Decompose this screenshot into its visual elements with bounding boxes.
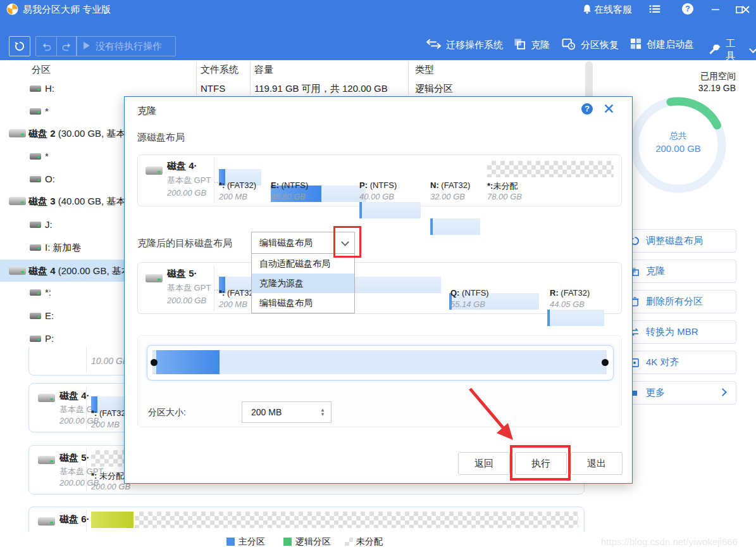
source-disk-name: 磁盘 4· [167,160,197,172]
sidebar-button-label: 4K 对齐 [646,356,679,368]
partition-slider[interactable] [147,345,614,381]
sidebar-button-label: 克隆 [646,265,665,277]
sidebar-button-clone[interactable]: 克隆 [620,260,736,283]
disk-icon [38,456,55,464]
tree-row-label: *: [45,287,51,298]
donut-total-label: 总共 [628,130,728,142]
card-divider [86,347,87,372]
target-partition-bar[interactable] [547,310,604,326]
dropdown-item-edit-layout[interactable]: 编辑磁盘布局 [252,293,354,313]
disk-icon [146,167,163,175]
target-partition-label: Q: (NTFS) [450,288,489,298]
card-divider [214,158,214,203]
card-divider [86,448,87,491]
back-button[interactable]: 返回 [458,452,510,475]
source-partition-bar-unallocated[interactable] [487,161,614,177]
tools-button[interactable]: 工具 [709,38,756,62]
source-partition-size: 32.00 GB [430,192,465,201]
used-space-label: 已用空间 [657,71,736,82]
migrate-os-button[interactable]: 迁移操作系统 [426,39,503,51]
dialog-close-icon[interactable] [604,104,614,115]
help-icon[interactable]: ? [682,3,693,15]
column-header-partition[interactable]: 分区 [32,64,51,76]
create-boot-disk-button[interactable]: 创建启动盘 [630,38,694,51]
bell-icon [583,4,592,15]
operation-list-icon[interactable] [649,5,660,15]
partition-icon [30,313,41,319]
partition-icon [30,222,41,228]
pending-operations-button[interactable]: 没有待执行操作 [76,36,176,56]
source-partition-label: P: (NTFS) [359,180,397,190]
legend-logical-swatch [283,538,292,546]
exit-button[interactable]: 退出 [571,452,623,475]
column-header-capacity[interactable]: 容量 [254,64,273,76]
partition-size: 200 MB [91,420,120,429]
partition-label: *: (FAT32 [91,408,126,418]
clone-dialog: 克隆 ? 源磁盘布局 磁盘 4· 基本盘 GPT … 200.00 GB *: … [124,96,633,484]
source-partition-bar[interactable] [430,218,480,235]
titlebar: 易我分区大师 专业版 在线客服 ? [0,0,756,60]
card-divider [214,265,214,311]
annotation-box-combobox-arrow [333,226,361,258]
disk-icon [146,274,163,282]
sidebar-button-convert-mbr[interactable]: 转换为 MBR [620,320,736,344]
create-boot-disk-label: 创建启动盘 [647,39,694,51]
online-service-button[interactable]: 在线客服 [594,4,632,16]
column-header-type[interactable]: 类型 [415,64,434,76]
partition-recovery-button[interactable]: 分区恢复 [562,38,619,52]
sidebar-button-label: 调整磁盘布局 [646,235,703,247]
slider-track[interactable] [152,350,607,374]
close-button[interactable] [738,3,754,16]
target-layout-label: 克隆后的目标磁盘布局 [137,237,232,249]
slider-left-handle[interactable] [151,359,158,366]
undo-button[interactable] [36,37,57,56]
source-partition-label: E: (NTFS) [271,180,308,190]
redo-button[interactable] [57,37,77,56]
target-partition-size: 200 MB [219,299,247,309]
partition-icon [30,153,41,160]
source-disk-meta: 基本盘 GPT … [167,175,221,186]
disk-icon [38,517,55,526]
spinner-arrows-icon[interactable]: ▲▼ [314,408,331,417]
create-boot-disk-icon [630,38,641,51]
slider-filled-segment [156,350,220,374]
source-partition-bar[interactable] [359,202,421,218]
column-header-filesystem[interactable]: 文件系统 [201,64,239,76]
legend-primary-label: 主分区 [239,536,265,548]
source-layout-label: 源磁盘布局 [137,132,185,144]
layout-mode-dropdown: 自动适配磁盘布局 克隆为源盘 编辑磁盘布局 [251,253,355,313]
app-logo-icon [6,3,18,15]
minimize-button[interactable] [707,3,724,16]
clone-toolbar-button[interactable]: 克隆 [514,38,550,52]
card-divider [86,386,87,429]
app-window: 易我分区大师 专业版 在线客服 ? [0,0,756,554]
resize-panel: 分区大小: 200 MB ▲▼ [137,335,622,427]
sidebar-button-label: 转换为 MBR [646,326,698,338]
sidebar-button-4k-align[interactable]: 4K 对齐 [620,351,736,374]
tree-row-label: E: [45,310,54,321]
sidebar-button-delete-all[interactable]: 删除所有分区 [620,290,736,313]
partition-bar-logical[interactable] [91,512,133,528]
used-space-value: 32.19 GB [657,83,736,93]
tools-wrench-icon [709,43,721,57]
clone-toolbar-label: 克隆 [531,39,550,51]
disk-icon [38,394,55,402]
clone-icon [514,38,526,52]
row-capacity: 119.91 GB 可用，共 120.00 GB [254,83,388,95]
tree-row-label: * [45,151,49,161]
play-icon [83,41,90,51]
refresh-button[interactable] [9,36,30,56]
tree-row-label: O: [45,173,55,184]
legend-logical-label: 逻辑分区 [295,536,331,548]
slider-right-handle[interactable] [602,359,609,366]
sidebar-button-adjust-layout[interactable]: 调整磁盘布局 [620,229,736,253]
target-partition-size: 55.14 GB [450,299,485,309]
disk-card-name: 磁盘 4· [59,390,90,402]
sidebar-button-more[interactable]: 更多 [620,381,736,405]
target-disk-card: 磁盘 5· 基本盘 GPT … 200.00 GB *: (FAT32 200 … [137,262,622,314]
dropdown-item-clone-as-source[interactable]: 克隆为源盘 [252,274,354,293]
tree-row-label: H: [45,83,54,94]
partition-size-spinner[interactable]: 200 MB ▲▼ [242,401,332,423]
dialog-help-icon[interactable]: ? [581,103,593,115]
partition-bar-unallocated[interactable] [135,512,578,528]
